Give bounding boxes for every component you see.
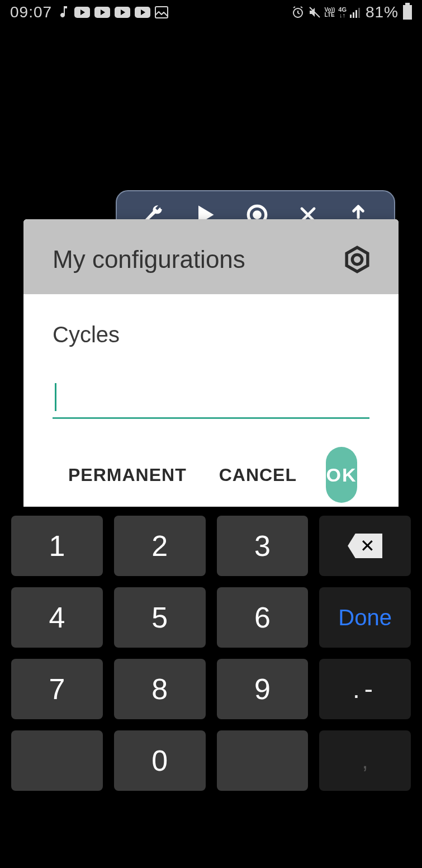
volte-icon: Vo))LTE — [325, 7, 335, 17]
key-backspace[interactable]: ✕ — [319, 516, 411, 576]
key-3[interactable]: 3 — [217, 516, 309, 576]
key-comma[interactable]: , — [319, 730, 411, 791]
key-5[interactable]: 5 — [114, 587, 206, 648]
signal-icon — [350, 7, 362, 18]
svg-rect-2 — [350, 15, 352, 18]
svg-rect-0 — [155, 7, 168, 18]
youtube-icon — [135, 7, 150, 18]
image-icon — [155, 6, 168, 18]
svg-rect-3 — [353, 12, 354, 18]
alarm-icon — [291, 6, 305, 19]
status-bar-right: Vo))LTE 4G↓↑ 81% — [291, 3, 412, 21]
key-8[interactable]: 8 — [114, 659, 206, 719]
svg-point-9 — [352, 254, 362, 264]
cycles-input[interactable] — [53, 379, 369, 419]
svg-rect-4 — [355, 10, 357, 18]
dialog: My configurations Cycles PERMANENT CANCE… — [23, 219, 399, 544]
battery-icon — [403, 5, 412, 20]
backspace-icon: ✕ — [348, 534, 382, 558]
key-6[interactable]: 6 — [217, 587, 309, 648]
permanent-button[interactable]: PERMANENT — [65, 457, 190, 493]
status-bar: 09:07 Vo))LTE 4G↓↑ 81% — [0, 0, 422, 25]
cancel-button[interactable]: CANCEL — [216, 457, 300, 493]
dialog-header: My configurations — [23, 219, 399, 294]
key-2[interactable]: 2 — [114, 516, 206, 576]
music-note-icon — [60, 6, 70, 18]
text-caret — [55, 383, 56, 411]
4g-icon: 4G↓↑ — [338, 7, 347, 18]
key-done[interactable]: Done — [319, 587, 411, 648]
status-bar-left: 09:07 — [10, 3, 168, 21]
mute-icon — [308, 6, 321, 19]
key-blank-left[interactable] — [11, 730, 103, 791]
svg-point-7 — [254, 212, 260, 218]
youtube-icon — [94, 7, 110, 18]
svg-marker-8 — [347, 247, 368, 271]
key-0[interactable]: 0 — [114, 730, 206, 791]
cycles-label: Cycles — [53, 322, 369, 347]
key-1[interactable]: 1 — [11, 516, 103, 576]
dialog-title: My configurations — [53, 246, 245, 273]
key-blank-right[interactable] — [217, 730, 309, 791]
status-time: 09:07 — [10, 3, 52, 21]
key-7[interactable]: 7 — [11, 659, 103, 719]
gear-icon[interactable] — [343, 245, 372, 274]
key-4[interactable]: 4 — [11, 587, 103, 648]
numeric-keypad: 1 2 3 ✕ 4 5 6 Done 7 8 9 .- 0 , — [0, 507, 422, 868]
key-9[interactable]: 9 — [217, 659, 309, 719]
ok-button[interactable]: OK — [326, 447, 357, 503]
youtube-icon — [115, 7, 130, 18]
key-punct[interactable]: .- — [319, 659, 411, 719]
battery-percent: 81% — [366, 3, 399, 21]
youtube-icon — [74, 7, 90, 18]
svg-rect-5 — [358, 8, 360, 18]
